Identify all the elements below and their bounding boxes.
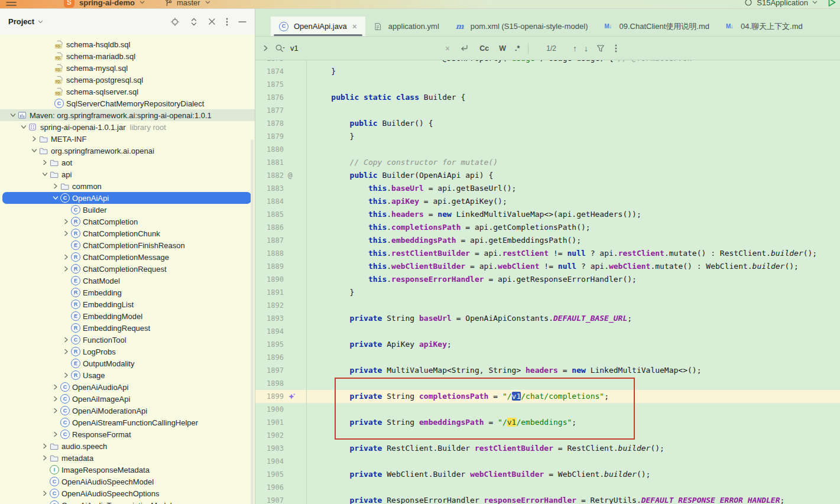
- tree-item[interactable]: CSqlServerChatMemoryRepositoryDialect: [0, 97, 255, 109]
- code-line[interactable]: 1881 // Copy constructor for mutate(): [255, 156, 840, 169]
- chevron-collapsed-icon[interactable]: [51, 431, 60, 437]
- words-toggle[interactable]: W: [499, 44, 506, 53]
- tree-item[interactable]: RChatCompletionMessage: [0, 251, 255, 263]
- tree-item[interactable]: audio.speech: [0, 440, 255, 452]
- tree-item[interactable]: EOutputModality: [0, 357, 255, 369]
- chevron-expanded-icon[interactable]: [8, 112, 18, 118]
- tree-item[interactable]: META-INF: [0, 133, 255, 145]
- chevron-collapsed-icon[interactable]: [61, 349, 71, 355]
- search-icon[interactable]: [275, 44, 286, 53]
- code-line[interactable]: 1896: [255, 351, 840, 364]
- editor-tab[interactable]: COpenAiApi.java×: [271, 17, 365, 36]
- code-line[interactable]: 1906: [255, 481, 840, 494]
- tree-item[interactable]: org.springframework.ai.openai: [0, 145, 255, 157]
- tree-item[interactable]: RChatCompletionChunk: [0, 227, 255, 239]
- chevron-collapsed-icon[interactable]: [30, 136, 39, 142]
- chevron-collapsed-icon[interactable]: [51, 384, 60, 390]
- tree-item[interactable]: SQLschema-hsqldb.sql: [0, 38, 255, 50]
- search-input[interactable]: [289, 43, 439, 53]
- tree-item[interactable]: common: [0, 180, 255, 192]
- code-line[interactable]: 1884 this.apiKey = api.getApiKey();: [255, 195, 840, 208]
- hide-panel-icon[interactable]: [238, 21, 247, 23]
- tree-item[interactable]: COpenAiAudioTranscriptionModel: [0, 499, 255, 504]
- chevron-collapsed-icon[interactable]: [61, 254, 71, 260]
- more-options-icon[interactable]: [226, 17, 228, 27]
- code-line[interactable]: 1885 this.headers = new LinkedMultiValue…: [255, 208, 840, 221]
- code-line[interactable]: 1895 private ApiKey apiKey;: [255, 338, 840, 351]
- code-line[interactable]: 1902: [255, 429, 840, 442]
- chevron-collapsed-icon[interactable]: [51, 183, 60, 189]
- code-line[interactable]: 1875: [255, 78, 840, 91]
- annotation-gutter-icon[interactable]: @: [288, 169, 293, 182]
- tree-item[interactable]: metadata: [0, 452, 255, 464]
- tree-item[interactable]: CFunctionTool: [0, 334, 255, 346]
- tree-item[interactable]: COpenAiAudioApi: [0, 381, 255, 393]
- chevron-collapsed-icon[interactable]: [61, 230, 71, 236]
- editor-tab[interactable]: M↓09.ChatClient使用说明.md: [596, 17, 718, 36]
- editor-tab[interactable]: mpom.xml (S15-openai-style-model): [447, 17, 596, 36]
- tree-item[interactable]: COpenAiAudioSpeechModel: [0, 476, 255, 487]
- next-match-icon[interactable]: ↓: [584, 44, 588, 53]
- tree-item[interactable]: COpenAiApi: [2, 192, 251, 204]
- chevron-expanded-icon[interactable]: [30, 148, 39, 154]
- match-case-toggle[interactable]: Cc: [479, 44, 489, 53]
- tree-item[interactable]: SQLschema-postgresql.sql: [0, 74, 255, 86]
- chevron-collapsed-icon[interactable]: [40, 455, 50, 461]
- code-line[interactable]: 1894: [255, 325, 840, 338]
- code-line[interactable]: 1898: [255, 377, 840, 390]
- tree-item[interactable]: RUsage: [0, 369, 255, 381]
- code-line[interactable]: 1891 }: [255, 286, 840, 299]
- tree-item[interactable]: EChatCompletionFinishReason: [0, 239, 255, 251]
- code-line[interactable]: 1905 private WebClient.Builder webClient…: [255, 468, 840, 481]
- code-line[interactable]: 1878 public Builder() {: [255, 117, 840, 130]
- tree-item[interactable]: spring-ai-openai-1.0.1.jarlibrary root: [0, 121, 255, 133]
- tree-item[interactable]: REmbeddingList: [0, 298, 255, 310]
- code-editor[interactable]: 1873 @JsonProperty("usage") Usage usage)…: [255, 60, 840, 504]
- code-line[interactable]: 1904: [255, 455, 840, 468]
- code-line[interactable]: 1900: [255, 403, 840, 416]
- tree-item[interactable]: api: [0, 168, 255, 180]
- editor-tab[interactable]: M↓04.聊天上下文.md: [718, 17, 811, 36]
- clear-search-icon[interactable]: ×: [445, 44, 450, 53]
- code-line[interactable]: 1897 private MultiValueMap<String, Strin…: [255, 364, 840, 377]
- search-more-options-icon[interactable]: [615, 44, 617, 53]
- run-button[interactable]: [828, 0, 836, 7]
- tree-item[interactable]: EChatModel: [0, 275, 255, 287]
- tree-item[interactable]: RChatCompletionRequest: [0, 263, 255, 275]
- code-line[interactable]: 1899 private String completionsPath = "/…: [255, 390, 840, 403]
- tree-item[interactable]: RLogProbs: [0, 346, 255, 357]
- tree-item[interactable]: aot: [0, 157, 255, 168]
- code-line[interactable]: 1877: [255, 104, 840, 117]
- tree-item[interactable]: CResponseFormat: [0, 428, 255, 440]
- expand-collapse-icon[interactable]: [190, 17, 198, 27]
- chevron-collapsed-icon[interactable]: [51, 408, 60, 414]
- code-line[interactable]: 1876 public static class Builder {: [255, 91, 840, 104]
- chevron-collapsed-icon[interactable]: [40, 160, 50, 165]
- chevron-collapsed-icon[interactable]: [40, 443, 50, 449]
- code-line[interactable]: 1887 this.embeddingsPath = api.getEmbedd…: [255, 234, 840, 247]
- regex-toggle[interactable]: .*: [515, 44, 520, 53]
- code-line[interactable]: 1873 @JsonProperty("usage") Usage usage)…: [255, 60, 840, 65]
- tree-item[interactable]: SQLschema-sqlserver.sql: [0, 86, 255, 97]
- chevron-expanded-icon[interactable]: [40, 171, 50, 177]
- code-line[interactable]: 1879 }: [255, 130, 840, 143]
- collapse-all-icon[interactable]: [208, 18, 216, 25]
- tree-item[interactable]: COpenAiStreamFunctionCallingHelper: [0, 417, 255, 428]
- code-line[interactable]: 1903 private RestClient.Builder restClie…: [255, 442, 840, 455]
- code-line[interactable]: 1874 }: [255, 65, 840, 78]
- tree-item[interactable]: COpenAiModerationApi: [0, 405, 255, 417]
- tree-item[interactable]: COpenAiAudioSpeechOptions: [0, 487, 255, 499]
- code-line[interactable]: 1880: [255, 143, 840, 156]
- tree-item[interactable]: CBuilder: [0, 204, 255, 216]
- tree-item[interactable]: COpenAiImageApi: [0, 393, 255, 405]
- chevron-collapsed-icon[interactable]: [61, 219, 71, 225]
- chevron-collapsed-icon[interactable]: [51, 396, 60, 402]
- code-line[interactable]: 1883 this.baseUrl = api.getBaseUrl();: [255, 182, 840, 195]
- tree-item[interactable]: SQLschema-mariadb.sql: [0, 50, 255, 62]
- chevron-collapsed-icon[interactable]: [40, 490, 50, 496]
- locate-file-icon[interactable]: [170, 17, 180, 27]
- close-tab-icon[interactable]: ×: [352, 22, 357, 31]
- code-line[interactable]: 1901 private String embeddingsPath = "/v…: [255, 416, 840, 429]
- chevron-expanded-icon[interactable]: [19, 124, 28, 130]
- tree-item[interactable]: IImageResponseMetadata: [0, 464, 255, 476]
